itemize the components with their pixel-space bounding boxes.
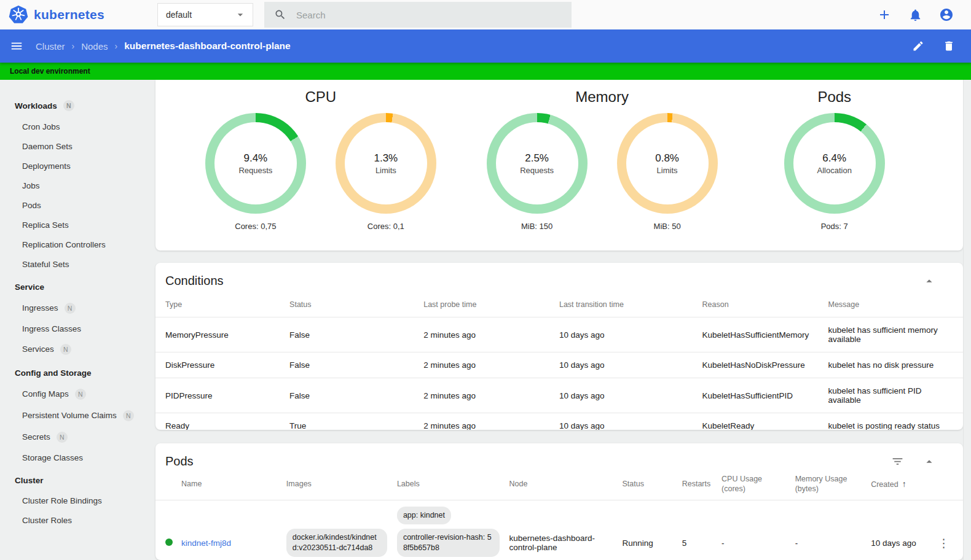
app-header: kubernetes default [0,0,971,29]
pod-cell-actions: ⋮ [938,500,963,560]
sidebar-item-cron-jobs[interactable]: Cron Jobs [0,117,152,136]
sidebar-item-persistent-volume-claims[interactable]: Persistent Volume ClaimsN [0,405,152,426]
donut-metric-label: Requests [238,166,272,175]
pod-labels-chips: app: kindnetcontroller-revision-hash: 58… [397,507,500,560]
kubernetes-logo[interactable]: kubernetes [0,5,152,25]
sidebar-item-replication-controllers[interactable]: Replication Controllers [0,235,152,254]
pod-cell-restarts: 5 [682,500,721,560]
search-bar[interactable] [264,2,572,28]
sidebar-section-label: Cluster [15,476,44,485]
sidebar-item-cluster-roles[interactable]: Cluster Roles [0,510,152,530]
donut-chart: 9.4%Requests [205,113,306,214]
notifications-bell-icon[interactable] [908,8,922,22]
sidebar-section-cluster[interactable]: Cluster [0,470,152,491]
gauge-memory-limits: 0.8%LimitsMiB: 50 [617,113,718,231]
sidebar-item-jobs[interactable]: Jobs [0,176,152,195]
donut-percent-value: 0.8% [655,152,679,165]
label-chip: controller-revision-hash: 58f5b657b8 [397,529,500,557]
sidebar-item-storage-classes[interactable]: Storage Classes [0,448,152,467]
sidebar-section-service[interactable]: Service [0,277,152,297]
edit-pencil-icon[interactable] [912,40,924,52]
pods-column-status-dot [155,471,181,500]
sidebar-item-deployments[interactable]: Deployments [0,156,152,176]
pods-column-created[interactable]: Created↑ [871,471,938,500]
donut-metric-label: Allocation [817,166,852,175]
pod-cell-labels: app: kindnetcontroller-revision-hash: 58… [397,500,509,560]
sidebar-nav: WorkloadsNCron JobsDaemon SetsDeployment… [0,80,152,560]
conditions-collapse-icon[interactable] [922,274,936,288]
sidebar-item-daemon-sets[interactable]: Daemon Sets [0,136,152,156]
pod-row: kindnet-fmj8ddocker.io/kindest/kindnetd:… [155,500,963,560]
breadcrumb-current: kubernetes-dashboard-control-plane [124,41,290,52]
donut-caption: MiB: 150 [521,222,552,231]
breadcrumb-link-nodes[interactable]: Nodes [81,41,108,52]
conditions-cell-type: MemoryPressure [155,317,289,352]
conditions-row: DiskPressureFalse2 minutes ago10 days ag… [155,352,963,378]
gauge-group-pods: Pods6.4%AllocationPods: 7 [742,86,926,251]
donut-percent-value: 9.4% [243,152,267,165]
pods-collapse-icon[interactable] [922,455,936,469]
pods-table: NameImagesLabelsNodeStatusRestartsCPU Us… [155,471,963,560]
sidebar-item-label: Replication Controllers [22,240,106,249]
donut-center: 1.3%Limits [336,113,436,214]
sidebar-item-stateful-sets[interactable]: Stateful Sets [0,254,152,274]
sidebar-section-workloads[interactable]: WorkloadsN [0,95,152,117]
menu-hamburger-icon[interactable] [10,39,23,53]
new-badge: N [75,389,86,400]
pods-title: Pods [165,454,194,469]
user-account-icon[interactable] [939,7,954,22]
pods-column-cpu-usage-cores: CPU Usage (cores) [721,471,795,500]
sidebar-item-ingresses[interactable]: IngressesN [0,297,152,319]
sidebar-section-config-and-storage[interactable]: Config and Storage [0,363,152,383]
pod-cell-cpu-usage: - [721,500,795,560]
donut-metric-label: Limits [657,166,678,175]
sidebar-item-ingress-classes[interactable]: Ingress Classes [0,319,152,338]
conditions-cell-reason: KubeletHasNoDiskPressure [702,352,828,378]
new-badge: N [63,100,74,111]
sidebar-item-replica-sets[interactable]: Replica Sets [0,215,152,235]
conditions-cell-message: kubelet has sufficient memory available [828,317,964,352]
pod-cell-memory-usage: - [795,500,871,560]
sidebar-item-config-maps[interactable]: Config MapsN [0,383,152,405]
gauge-row: 6.4%AllocationPods: 7 [784,113,885,231]
sidebar-item-pods[interactable]: Pods [0,195,152,215]
sidebar-item-services[interactable]: ServicesN [0,338,152,360]
gauge-memory-requests: 2.5%RequestsMiB: 150 [487,113,588,231]
donut-caption: MiB: 50 [654,222,681,231]
sidebar-item-secrets[interactable]: SecretsN [0,426,152,448]
donut-center: 6.4%Allocation [784,113,885,214]
donut-percent-value: 6.4% [822,152,846,165]
create-resource-button[interactable] [877,7,892,22]
scrollbar-gutter[interactable] [963,80,971,560]
chevron-down-icon [234,9,246,21]
conditions-card: Conditions TypeStatusLast probe timeLast… [155,263,963,430]
delete-trash-icon[interactable] [943,40,955,52]
conditions-cell-message: kubelet is posting ready status [828,413,964,430]
conditions-column-last-transition-time: Last transition time [559,290,702,317]
search-input[interactable] [296,10,562,20]
breadcrumb-link-cluster[interactable]: Cluster [36,41,65,52]
pod-cell-node: kubernetes-dashboard-control-plane [509,500,623,560]
pod-cell-created: 10 days ago [871,500,938,560]
gauge-group-title: Pods [817,88,851,106]
donut-chart: 1.3%Limits [336,113,436,214]
conditions-cell-status: True [289,413,423,430]
donut-center: 0.8%Limits [617,113,718,214]
conditions-cell-reason: KubeletReady [702,413,828,430]
conditions-cell-last-probe-time: 2 minutes ago [423,413,559,430]
pods-column-node: Node [509,471,623,500]
namespace-selector[interactable]: default [157,3,253,26]
pod-name-link[interactable]: kindnet-fmj8d [181,539,231,548]
sidebar-item-label: Cron Jobs [22,122,60,131]
pods-filter-icon[interactable] [891,455,904,468]
conditions-cell-reason: KubeletHasSufficientPID [702,378,828,413]
conditions-cell-type: Ready [155,413,289,430]
gauge-group-title: Memory [575,88,629,106]
sidebar-item-cluster-role-bindings[interactable]: Cluster Role Bindings [0,491,152,510]
conditions-title: Conditions [165,274,224,288]
donut-caption: Cores: 0,75 [235,222,276,231]
pod-row-menu-kebab-icon[interactable]: ⋮ [938,537,949,549]
content-area: WorkloadsNCron JobsDaemon SetsDeployment… [0,80,971,560]
conditions-column-last-probe-time: Last probe time [423,290,559,317]
donut-chart: 0.8%Limits [617,113,718,214]
